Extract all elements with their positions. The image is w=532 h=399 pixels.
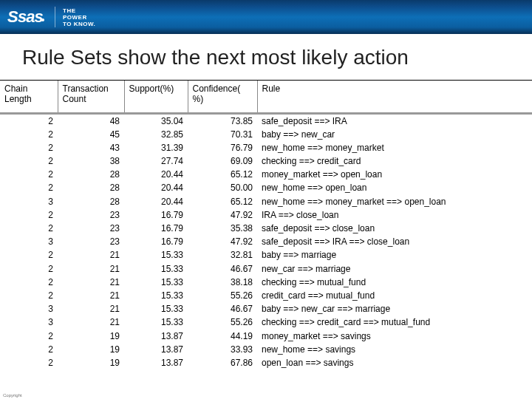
cell-count: 19 [58,356,124,369]
table-row[interactable]: 21913.8733.93new_home ==> savings [0,343,532,356]
table-row[interactable]: 22820.4465.12money_market ==> open_loan [0,168,532,181]
cell-confidence: 50.00 [188,181,257,194]
cell-count: 43 [58,141,124,154]
cell-chain: 2 [0,330,58,343]
cell-confidence: 73.85 [188,113,257,128]
cell-confidence: 47.92 [188,235,257,248]
cell-chain: 2 [0,113,58,128]
cell-support: 13.87 [124,343,188,356]
col-header-support[interactable]: Support(%) [124,81,188,113]
cell-confidence: 55.26 [188,316,257,329]
cell-support: 15.33 [124,248,188,262]
cell-count: 38 [58,154,124,168]
table-row[interactable]: 23827.7469.09checking ==> credit_card [0,154,532,168]
svg-text:sas: sas [18,8,43,26]
cell-chain: 2 [0,262,58,276]
cell-support: 32.85 [124,128,188,141]
cell-confidence: 46.67 [188,302,257,316]
cell-support: 15.33 [124,289,188,302]
cell-count: 28 [58,168,124,181]
tagline-l3: TO KNOW. [63,21,95,27]
cell-chain: 2 [0,128,58,141]
table-row[interactable]: 32820.4465.12new_home ==> money_market =… [0,195,532,208]
cell-count: 45 [58,128,124,141]
cell-confidence: 46.67 [188,262,257,276]
cell-count: 19 [58,343,124,356]
cell-rule: new_home ==> money_market ==> open_loan [257,195,532,208]
table-row[interactable]: 21913.8767.86open_loan ==> savings [0,356,532,369]
cell-support: 35.04 [124,113,188,128]
cell-chain: 2 [0,343,58,356]
cell-support: 16.79 [124,208,188,222]
cell-chain: 3 [0,195,58,208]
cell-confidence: 33.93 [188,343,257,356]
table-row[interactable]: 32115.3355.26checking ==> credit_card ==… [0,316,532,329]
cell-rule: money_market ==> savings [257,330,532,343]
col-header-count[interactable]: Transaction Count [58,81,124,113]
table-row[interactable]: 32115.3346.67baby ==> new_car ==> marria… [0,302,532,316]
table-row[interactable]: 22115.3346.67new_car ==> marriage [0,262,532,276]
tagline-l2: POWER [63,14,95,21]
ruleset-table: Chain Length Transaction Count Support(%… [0,81,532,369]
cell-confidence: 76.79 [188,141,257,154]
cell-confidence: 38.18 [188,276,257,289]
cell-rule: credit_card ==> mutual_fund [257,289,532,302]
table-row[interactable]: 22115.3338.18checking ==> mutual_fund [0,276,532,289]
cell-count: 21 [58,289,124,302]
cell-chain: 3 [0,235,58,248]
cell-count: 28 [58,195,124,208]
cell-confidence: 47.92 [188,208,257,222]
table-row[interactable]: 22316.7935.38safe_deposit ==> close_loan [0,222,532,235]
cell-support: 20.44 [124,195,188,208]
cell-confidence: 55.26 [188,289,257,302]
table-row[interactable]: 24532.8570.31baby ==> new_car [0,128,532,141]
cell-confidence: 69.09 [188,154,257,168]
cell-count: 21 [58,276,124,289]
cell-support: 20.44 [124,181,188,194]
table-row[interactable]: 22316.7947.92IRA ==> close_loan [0,208,532,222]
cell-rule: baby ==> new_car ==> marriage [257,302,532,316]
cell-rule: baby ==> marriage [257,248,532,262]
tagline-l1: THE [63,7,95,14]
cell-count: 48 [58,113,124,128]
cell-count: 21 [58,316,124,329]
table-row[interactable]: 22115.3355.26credit_card ==> mutual_fund [0,289,532,302]
table-row[interactable]: 21913.8744.19money_market ==> savings [0,330,532,343]
cell-chain: 2 [0,154,58,168]
cell-rule: IRA ==> close_loan [257,208,532,222]
cell-chain: 2 [0,356,58,369]
cell-count: 23 [58,235,124,248]
cell-chain: 3 [0,316,58,329]
brand-logo: S sas THE POWER TO KNOW. [7,7,95,27]
cell-rule: new_home ==> money_market [257,141,532,154]
copyright-text: Copyright [3,393,22,398]
cell-chain: 2 [0,181,58,194]
cell-support: 15.33 [124,262,188,276]
cell-confidence: 67.86 [188,356,257,369]
cell-chain: 2 [0,276,58,289]
col-header-confidence[interactable]: Confidence( %) [188,81,257,113]
table-row[interactable]: 24331.3976.79new_home ==> money_market [0,141,532,154]
cell-support: 15.33 [124,276,188,289]
cell-support: 27.74 [124,154,188,168]
table-row[interactable]: 22820.4450.00new_home ==> open_loan [0,181,532,194]
svg-point-2 [41,18,44,21]
table-row[interactable]: 32316.7947.92safe_deposit ==> IRA ==> cl… [0,235,532,248]
cell-count: 28 [58,181,124,194]
col-header-rule[interactable]: Rule [257,81,532,113]
cell-chain: 3 [0,302,58,316]
col-header-chain[interactable]: Chain Length [0,81,58,113]
table-row[interactable]: 22115.3332.81baby ==> marriage [0,248,532,262]
page-title: Rule Sets show the next most likely acti… [0,34,532,80]
cell-confidence: 32.81 [188,248,257,262]
cell-chain: 2 [0,222,58,235]
cell-rule: new_home ==> savings [257,343,532,356]
ruleset-table-wrap: Chain Length Transaction Count Support(%… [0,80,532,369]
cell-support: 13.87 [124,356,188,369]
table-row[interactable]: 24835.0473.85safe_deposit ==> IRA [0,113,532,128]
cell-support: 31.39 [124,141,188,154]
cell-count: 21 [58,262,124,276]
sas-logo-icon: S sas [7,8,47,26]
cell-chain: 2 [0,168,58,181]
cell-rule: open_loan ==> savings [257,356,532,369]
